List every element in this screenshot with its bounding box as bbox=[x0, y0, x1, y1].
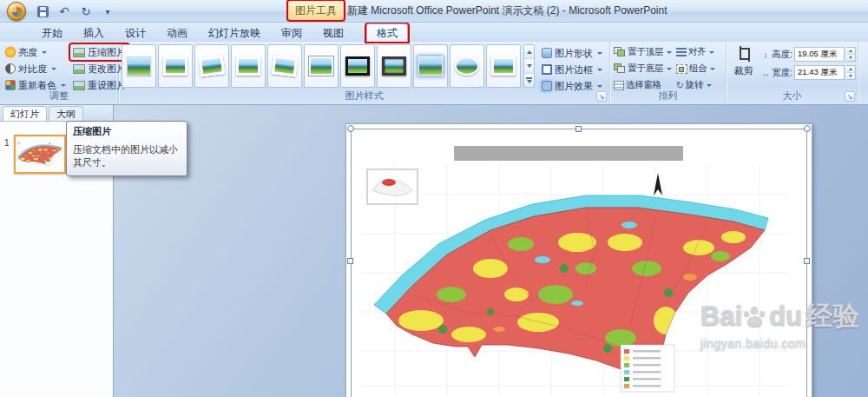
undo-button[interactable] bbox=[56, 3, 72, 19]
save-button[interactable] bbox=[35, 3, 50, 19]
picture-style-option[interactable] bbox=[158, 44, 193, 88]
picture-tools-column: 图片形状 图片边框 图片效果 bbox=[539, 44, 605, 94]
picture-style-preview bbox=[455, 56, 479, 76]
brightness-icon bbox=[5, 47, 16, 57]
group-size: 裁剪 高度: 19.05 厘米 宽度: 21.43 厘米 bbox=[727, 42, 858, 104]
tab-insert[interactable]: 插入 bbox=[73, 23, 115, 42]
watermark: Baidu经验 jingyan.baidu.com bbox=[700, 298, 868, 350]
tab-format[interactable]: 格式 bbox=[366, 23, 408, 42]
picture-style-option[interactable] bbox=[194, 44, 229, 88]
selection-handle-top-center[interactable] bbox=[575, 126, 582, 132]
picture-border-icon bbox=[542, 64, 552, 75]
stepper-down-icon bbox=[846, 55, 855, 61]
quick-access-toolbar bbox=[35, 3, 115, 19]
picture-style-option[interactable] bbox=[450, 44, 484, 88]
tab-review[interactable]: 审阅 bbox=[271, 23, 312, 42]
chevron-down-icon bbox=[105, 6, 109, 17]
slide-thumbnail-map bbox=[16, 136, 64, 172]
send-to-back-label: 置于底层 bbox=[628, 63, 663, 75]
more-styles-icon bbox=[526, 77, 532, 83]
compress-pictures-icon bbox=[73, 48, 85, 57]
picture-style-preview bbox=[418, 56, 443, 76]
slide-canvas[interactable]: Baidu经验 jingyan.baidu.com bbox=[114, 105, 868, 397]
tab-slides[interactable]: 幻灯片 bbox=[3, 106, 47, 121]
width-input[interactable]: 21.43 厘米 bbox=[794, 65, 845, 80]
height-stepper[interactable] bbox=[846, 47, 856, 62]
gallery-scroll-down-button[interactable] bbox=[524, 59, 534, 73]
qat-customize-button[interactable] bbox=[100, 3, 115, 19]
align-button[interactable]: 对齐 bbox=[674, 44, 717, 60]
save-icon bbox=[37, 6, 49, 17]
size-dialog-launcher[interactable] bbox=[845, 91, 855, 102]
bring-to-front-button[interactable]: 置于顶层 bbox=[612, 44, 674, 60]
height-value: 19.05 厘米 bbox=[798, 49, 837, 60]
redo-button[interactable] bbox=[78, 3, 94, 19]
picture-style-option[interactable] bbox=[377, 44, 411, 88]
tab-home[interactable]: 开始 bbox=[31, 23, 73, 42]
tab-slideshow[interactable]: 幻灯片放映 bbox=[198, 23, 271, 42]
tab-outline[interactable]: 大纲 bbox=[49, 106, 83, 121]
height-input[interactable]: 19.05 厘米 bbox=[794, 47, 845, 62]
slide-number: 1 bbox=[4, 138, 10, 148]
slide-thumbnail[interactable] bbox=[14, 135, 66, 174]
change-picture-icon bbox=[73, 64, 85, 74]
picture-style-option[interactable] bbox=[267, 44, 302, 88]
tooltip-title: 压缩图片 bbox=[73, 125, 181, 138]
picture-style-option[interactable] bbox=[413, 44, 448, 88]
selection-handle-top-left[interactable] bbox=[347, 125, 354, 132]
width-value: 21.43 厘米 bbox=[798, 67, 837, 78]
office-logo-icon bbox=[12, 7, 22, 17]
compress-pictures-tooltip: 压缩图片 压缩文档中的图片以减小其尺寸。 bbox=[66, 121, 187, 176]
baidu-paw-icon bbox=[744, 305, 767, 328]
send-to-back-button[interactable]: 置于底层 bbox=[612, 61, 674, 76]
watermark-brand-cn: 经验 bbox=[806, 298, 859, 334]
width-stepper[interactable] bbox=[846, 65, 856, 80]
width-icon bbox=[761, 68, 770, 78]
selection-handle-middle-right[interactable] bbox=[804, 258, 810, 264]
brightness-label: 亮度 bbox=[18, 46, 37, 59]
group-button[interactable]: 组合 bbox=[674, 61, 717, 76]
bring-to-front-label: 置于顶层 bbox=[628, 46, 663, 58]
brightness-button[interactable]: 亮度 bbox=[3, 44, 69, 60]
picture-styles-gallery bbox=[122, 44, 521, 88]
office-button[interactable] bbox=[7, 2, 26, 21]
selection-handle-top-right[interactable] bbox=[804, 125, 811, 132]
picture-style-option[interactable] bbox=[231, 44, 266, 88]
selection-handle-middle-left[interactable] bbox=[347, 258, 353, 264]
send-to-back-icon bbox=[614, 63, 626, 74]
title-bar: 图片工具 新建 Microsoft Office PowerPoint 演示文稿… bbox=[0, 0, 868, 23]
group-label-adjust: 调整 bbox=[0, 89, 118, 103]
arrow-up-icon bbox=[527, 50, 532, 54]
undo-icon bbox=[59, 5, 69, 17]
landuse-map-picture[interactable] bbox=[360, 164, 787, 395]
contrast-button[interactable]: 对比度 bbox=[3, 61, 69, 76]
picture-style-preview bbox=[272, 55, 298, 76]
picture-style-option[interactable] bbox=[486, 44, 521, 88]
tab-view[interactable]: 视图 bbox=[312, 23, 354, 42]
gallery-scroll-up-button[interactable] bbox=[524, 45, 534, 59]
picture-style-preview bbox=[163, 56, 187, 76]
picture-style-option[interactable] bbox=[340, 44, 375, 88]
picture-style-option[interactable] bbox=[122, 44, 156, 88]
group-picture-styles: 图片形状 图片边框 图片效果 图片样式 bbox=[119, 42, 610, 104]
picture-border-button[interactable]: 图片边框 bbox=[539, 62, 605, 77]
contrast-icon bbox=[5, 63, 16, 74]
align-label: 对齐 bbox=[688, 46, 706, 58]
tooltip-body: 压缩文档中的图片以减小其尺寸。 bbox=[73, 143, 181, 169]
gallery-more-button[interactable] bbox=[524, 74, 534, 87]
crop-button[interactable]: 裁剪 bbox=[730, 44, 757, 77]
tab-animations[interactable]: 动画 bbox=[156, 23, 198, 42]
powerpoint-window: 图片工具 新建 Microsoft Office PowerPoint 演示文稿… bbox=[0, 0, 868, 397]
crop-label: 裁剪 bbox=[734, 64, 753, 77]
tab-design[interactable]: 设计 bbox=[115, 23, 156, 42]
picture-shape-button[interactable]: 图片形状 bbox=[539, 45, 605, 61]
picture-style-preview bbox=[491, 56, 516, 76]
picture-styles-dialog-launcher[interactable] bbox=[596, 91, 607, 102]
group-label-text: 组合 bbox=[689, 63, 707, 75]
group-adjust: 亮度 对比度 重新着色 压缩图片 更改图片 重设图片 调整 bbox=[0, 42, 119, 104]
bring-to-front-icon bbox=[614, 47, 626, 57]
slide[interactable] bbox=[345, 123, 812, 397]
picture-shape-icon bbox=[542, 48, 552, 58]
group-label-size: 大小 bbox=[727, 89, 858, 103]
picture-style-option[interactable] bbox=[304, 44, 339, 88]
